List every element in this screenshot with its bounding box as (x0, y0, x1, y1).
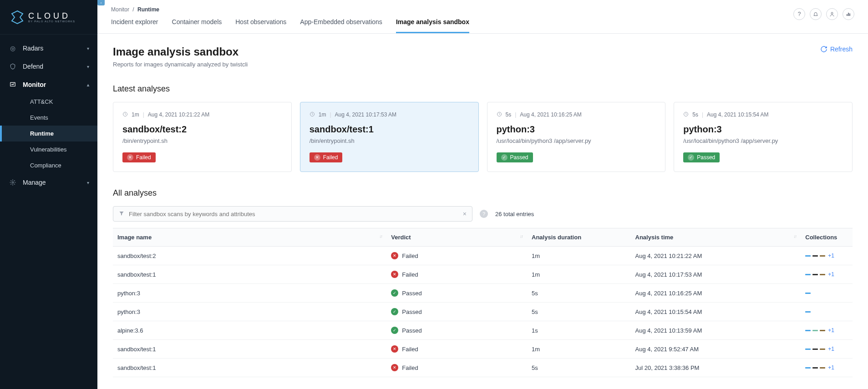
breadcrumb-current: Runtime (137, 6, 159, 13)
collection-swatch (820, 330, 825, 331)
table-row[interactable]: sandbox/test:1 ✕ Failed 1m Aug 4, 2021 9… (113, 340, 853, 359)
cell-collections (805, 293, 848, 294)
status-badge: ✕ Failed (310, 152, 343, 162)
analysis-card[interactable]: 5s | Aug 4, 2021 10:15:54 AM python:3 /u… (674, 102, 853, 172)
user-icon[interactable] (826, 8, 838, 20)
chevron-up-icon: ▴ (87, 82, 89, 87)
clock-icon (310, 111, 315, 118)
chart-icon[interactable] (843, 8, 854, 20)
fail-icon: ✕ (391, 364, 398, 371)
sidebar-subitem-compliance[interactable]: Compliance (0, 157, 97, 173)
sidebar-collapse-toggle[interactable]: ‹ (97, 0, 105, 5)
fail-icon: ✕ (391, 271, 398, 278)
status-label: Failed (136, 154, 151, 161)
analysis-card[interactable]: 5s | Aug 4, 2021 10:16:25 AM python:3 /u… (487, 102, 666, 172)
table-row[interactable]: alpine:3.6 ✓ Passed 1s Aug 4, 2021 10:13… (113, 321, 853, 340)
filter-box[interactable]: × (113, 206, 472, 222)
status-badge: ✕ Failed (122, 152, 156, 162)
cell-duration: 1m (527, 247, 631, 265)
tab-image-analysis-sandbox[interactable]: Image analysis sandbox (396, 18, 469, 33)
sidebar-nav: ◎ Radars ▾ Defend ▾ Monitor ▴ ATT&CK (0, 35, 97, 192)
collections-more[interactable]: +1 (828, 364, 834, 371)
cell-verdict: Passed (402, 327, 421, 334)
th-collections[interactable]: Collections (801, 228, 853, 247)
radar-icon: ◎ (8, 45, 17, 52)
sidebar-subitem-runtime[interactable]: Runtime (0, 126, 97, 141)
card-command: /usr/local/bin/python3 /app/server.py (683, 137, 843, 144)
chevron-down-icon: ▾ (87, 64, 89, 69)
page-description: Reports for images dynamically analyzed … (113, 61, 248, 68)
refresh-button[interactable]: Refresh (820, 45, 853, 53)
collection-swatch (812, 367, 818, 369)
filter-icon (119, 211, 124, 217)
sidebar-subitem-events[interactable]: Events (0, 110, 97, 126)
cell-duration: 5s (527, 303, 631, 321)
collection-swatch (805, 330, 811, 331)
brand-logo[interactable]: CLOUD BY PALO ALTO NETWORKS (0, 0, 97, 35)
total-entries: 26 total entries (495, 211, 534, 217)
tab-host-observations[interactable]: Host observations (235, 18, 286, 33)
sidebar-item-monitor[interactable]: Monitor ▴ (0, 76, 97, 94)
pass-icon: ✓ (391, 308, 398, 315)
cell-verdict: Failed (402, 346, 418, 353)
sort-icon: ↓↑ (520, 234, 523, 239)
clock-icon (497, 111, 502, 118)
cell-collections: +1 (805, 253, 848, 259)
sidebar-item-radars[interactable]: ◎ Radars ▾ (0, 39, 97, 57)
chevron-down-icon: ▾ (87, 180, 89, 185)
collection-swatch (812, 349, 818, 350)
cell-duration: 1s (527, 321, 631, 340)
card-timestamp: Aug 4, 2021 10:15:54 AM (707, 111, 768, 118)
card-duration: 1m (319, 111, 326, 118)
brand-subtitle: BY PALO ALTO NETWORKS (28, 20, 75, 23)
filter-input[interactable] (129, 211, 463, 217)
sidebar-item-label: Defend (23, 63, 43, 70)
collections-more[interactable]: +1 (828, 327, 834, 333)
cell-duration: 1m (527, 340, 631, 359)
passed-icon: ✓ (688, 154, 694, 161)
topbar: Monitor / Runtime Incident explorer Cont… (97, 0, 868, 34)
clear-filter-icon[interactable]: × (463, 210, 467, 217)
table-row[interactable]: sandbox/test:1 ✕ Failed 1m Aug 4, 2021 1… (113, 265, 853, 284)
th-analysis-duration[interactable]: Analysis duration (527, 228, 631, 247)
refresh-label: Refresh (830, 45, 853, 53)
table-row[interactable]: sandbox/test:1 ✕ Failed 5s Jul 20, 2021 … (113, 359, 853, 377)
sidebar-item-manage[interactable]: Manage ▾ (0, 173, 97, 192)
cell-image-name: python:3 (113, 303, 386, 321)
cell-time: Aug 4, 2021 10:15:54 AM (631, 303, 801, 321)
cell-time: Aug 4, 2021 10:16:25 AM (631, 284, 801, 303)
collections-more[interactable]: +1 (828, 253, 834, 259)
collections-more[interactable]: +1 (828, 271, 834, 278)
filter-help-icon[interactable]: ? (480, 210, 488, 218)
cell-verdict: Failed (402, 253, 418, 259)
table-row[interactable]: sandbox/test:2 ✕ Failed 1m Aug 4, 2021 1… (113, 247, 853, 265)
card-image-name: sandbox/test:2 (122, 124, 282, 135)
breadcrumb-separator: / (132, 6, 134, 13)
tab-incident-explorer[interactable]: Incident explorer (111, 18, 158, 33)
failed-icon: ✕ (127, 154, 133, 161)
sidebar-subitem-vulnerabilities[interactable]: Vulnerabilities (0, 141, 97, 157)
analysis-card[interactable]: 1m | Aug 4, 2021 10:17:53 AM sandbox/tes… (300, 102, 479, 172)
collections-more[interactable]: +1 (828, 346, 834, 352)
cell-collections: +1 (805, 327, 848, 333)
sidebar-item-defend[interactable]: Defend ▾ (0, 57, 97, 76)
shield-icon (8, 63, 17, 70)
table-row[interactable]: python:3 ✓ Passed 5s Aug 4, 2021 10:15:5… (113, 303, 853, 321)
cell-verdict: Failed (402, 364, 418, 371)
status-badge: ✓ Passed (497, 152, 533, 162)
cell-time: Jul 20, 2021 3:38:36 PM (631, 359, 801, 377)
collection-swatch (805, 311, 811, 313)
th-image-name[interactable]: Image name↓↑ (113, 228, 386, 247)
sort-icon: ↓↑ (793, 234, 796, 239)
tab-container-models[interactable]: Container models (172, 18, 222, 33)
th-verdict[interactable]: Verdict↓↑ (386, 228, 527, 247)
sidebar-subitem-attck[interactable]: ATT&CK (0, 94, 97, 110)
table-row[interactable]: python:3 ✓ Passed 5s Aug 4, 2021 10:16:2… (113, 284, 853, 303)
breadcrumb-root[interactable]: Monitor (111, 6, 129, 13)
tab-app-embedded-observations[interactable]: App-Embedded observations (300, 18, 382, 33)
th-analysis-time[interactable]: Analysis time↓↑ (631, 228, 801, 247)
bell-icon[interactable] (810, 8, 822, 20)
help-icon[interactable]: ? (793, 8, 805, 20)
collection-swatch (812, 255, 818, 257)
analysis-card[interactable]: 1m | Aug 4, 2021 10:21:22 AM sandbox/tes… (113, 102, 292, 172)
